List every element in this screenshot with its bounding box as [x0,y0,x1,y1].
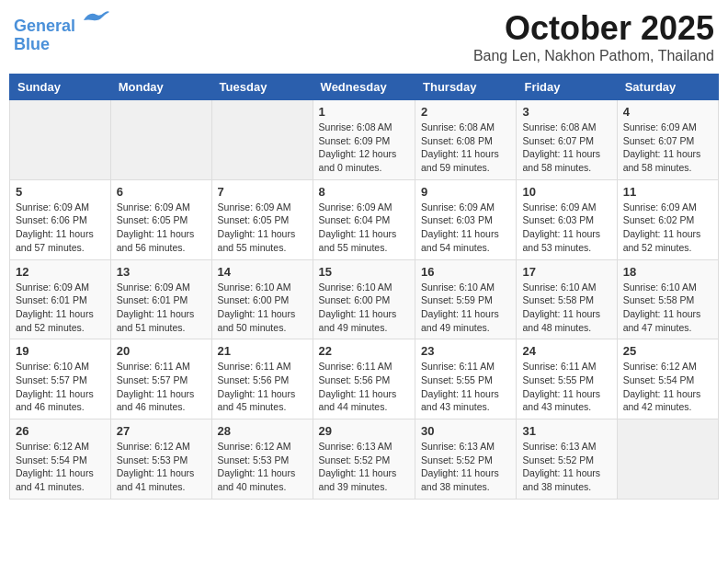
weekday-header-sunday: Sunday [10,75,111,100]
calendar-table: SundayMondayTuesdayWednesdayThursdayFrid… [9,74,719,500]
day-info: Sunrise: 6:11 AM Sunset: 5:55 PM Dayligh… [522,360,610,414]
calendar-cell: 11Sunrise: 6:09 AM Sunset: 6:02 PM Dayli… [617,179,718,259]
day-number: 8 [319,185,409,199]
calendar-cell [10,100,111,180]
day-info: Sunrise: 6:09 AM Sunset: 6:06 PM Dayligh… [16,201,105,255]
day-info: Sunrise: 6:09 AM Sunset: 6:02 PM Dayligh… [623,201,712,255]
day-info: Sunrise: 6:08 AM Sunset: 6:08 PM Dayligh… [421,121,510,175]
calendar-cell: 4Sunrise: 6:09 AM Sunset: 6:07 PM Daylig… [617,100,718,180]
day-info: Sunrise: 6:09 AM Sunset: 6:03 PM Dayligh… [421,201,510,255]
day-number: 9 [421,185,510,199]
calendar-week-row: 5Sunrise: 6:09 AM Sunset: 6:06 PM Daylig… [10,179,719,259]
day-number: 2 [421,105,510,119]
weekday-header-saturday: Saturday [617,75,718,100]
weekday-header-thursday: Thursday [415,75,517,100]
day-info: Sunrise: 6:13 AM Sunset: 5:52 PM Dayligh… [319,440,409,494]
calendar-cell: 2Sunrise: 6:08 AM Sunset: 6:08 PM Daylig… [415,100,517,180]
day-number: 17 [522,265,610,279]
calendar-cell: 14Sunrise: 6:10 AM Sunset: 6:00 PM Dayli… [211,259,313,339]
calendar-cell: 5Sunrise: 6:09 AM Sunset: 6:06 PM Daylig… [10,179,111,259]
day-number: 14 [218,265,307,279]
calendar-cell: 3Sunrise: 6:08 AM Sunset: 6:07 PM Daylig… [517,100,617,180]
calendar-cell: 19Sunrise: 6:10 AM Sunset: 5:57 PM Dayli… [10,339,111,419]
day-info: Sunrise: 6:09 AM Sunset: 6:03 PM Dayligh… [522,201,610,255]
calendar-cell: 24Sunrise: 6:11 AM Sunset: 5:55 PM Dayli… [517,339,617,419]
day-info: Sunrise: 6:10 AM Sunset: 5:58 PM Dayligh… [623,281,712,335]
page-header: General Blue October 2025 Bang Len, Nakh… [9,9,719,64]
logo: General Blue [14,9,109,54]
day-info: Sunrise: 6:09 AM Sunset: 6:01 PM Dayligh… [16,281,105,335]
calendar-cell: 16Sunrise: 6:10 AM Sunset: 5:59 PM Dayli… [415,259,517,339]
weekday-header-wednesday: Wednesday [313,75,415,100]
day-number: 26 [16,424,105,438]
logo-bird-icon [82,9,109,31]
calendar-cell [211,100,313,180]
weekday-header-friday: Friday [517,75,617,100]
calendar-cell: 9Sunrise: 6:09 AM Sunset: 6:03 PM Daylig… [415,179,517,259]
calendar-week-row: 26Sunrise: 6:12 AM Sunset: 5:54 PM Dayli… [10,419,719,500]
calendar-week-row: 19Sunrise: 6:10 AM Sunset: 5:57 PM Dayli… [10,339,719,419]
day-number: 11 [623,185,712,199]
day-info: Sunrise: 6:11 AM Sunset: 5:55 PM Dayligh… [421,360,510,414]
day-number: 25 [623,344,712,358]
calendar-header-row: SundayMondayTuesdayWednesdayThursdayFrid… [10,75,719,100]
day-info: Sunrise: 6:12 AM Sunset: 5:53 PM Dayligh… [117,440,206,494]
day-number: 24 [522,344,610,358]
calendar-cell: 21Sunrise: 6:11 AM Sunset: 5:56 PM Dayli… [211,339,313,419]
calendar-cell: 10Sunrise: 6:09 AM Sunset: 6:03 PM Dayli… [517,179,617,259]
day-info: Sunrise: 6:13 AM Sunset: 5:52 PM Dayligh… [421,440,510,494]
day-info: Sunrise: 6:10 AM Sunset: 6:00 PM Dayligh… [319,281,409,335]
day-number: 16 [421,265,510,279]
day-number: 1 [319,105,409,119]
day-info: Sunrise: 6:10 AM Sunset: 5:58 PM Dayligh… [522,281,610,335]
calendar-cell: 6Sunrise: 6:09 AM Sunset: 6:05 PM Daylig… [110,179,211,259]
calendar-cell: 15Sunrise: 6:10 AM Sunset: 6:00 PM Dayli… [313,259,415,339]
day-info: Sunrise: 6:11 AM Sunset: 5:56 PM Dayligh… [218,360,307,414]
calendar-cell [617,419,718,500]
day-number: 28 [218,424,307,438]
day-info: Sunrise: 6:10 AM Sunset: 5:59 PM Dayligh… [421,281,510,335]
day-number: 13 [117,265,206,279]
day-number: 19 [16,344,105,358]
calendar-cell: 8Sunrise: 6:09 AM Sunset: 6:04 PM Daylig… [313,179,415,259]
day-info: Sunrise: 6:12 AM Sunset: 5:54 PM Dayligh… [16,440,105,494]
day-number: 29 [319,424,409,438]
calendar-cell: 28Sunrise: 6:12 AM Sunset: 5:53 PM Dayli… [211,419,313,500]
day-info: Sunrise: 6:10 AM Sunset: 5:57 PM Dayligh… [16,360,105,414]
day-info: Sunrise: 6:10 AM Sunset: 6:00 PM Dayligh… [218,281,307,335]
calendar-week-row: 1Sunrise: 6:08 AM Sunset: 6:09 PM Daylig… [10,100,719,180]
calendar-cell: 23Sunrise: 6:11 AM Sunset: 5:55 PM Dayli… [415,339,517,419]
day-number: 3 [522,105,610,119]
day-info: Sunrise: 6:12 AM Sunset: 5:54 PM Dayligh… [623,360,712,414]
calendar-cell: 1Sunrise: 6:08 AM Sunset: 6:09 PM Daylig… [313,100,415,180]
calendar-cell: 20Sunrise: 6:11 AM Sunset: 5:57 PM Dayli… [110,339,211,419]
logo-general: General [14,17,75,35]
day-number: 27 [117,424,206,438]
day-number: 12 [16,265,105,279]
calendar-cell: 22Sunrise: 6:11 AM Sunset: 5:56 PM Dayli… [313,339,415,419]
day-number: 20 [117,344,206,358]
calendar-cell: 17Sunrise: 6:10 AM Sunset: 5:58 PM Dayli… [517,259,617,339]
calendar-cell: 26Sunrise: 6:12 AM Sunset: 5:54 PM Dayli… [10,419,111,500]
day-info: Sunrise: 6:08 AM Sunset: 6:07 PM Dayligh… [522,121,610,175]
logo-blue: Blue [14,35,50,53]
day-number: 7 [218,185,307,199]
day-number: 18 [623,265,712,279]
day-number: 6 [117,185,206,199]
day-info: Sunrise: 6:12 AM Sunset: 5:53 PM Dayligh… [218,440,307,494]
day-info: Sunrise: 6:09 AM Sunset: 6:01 PM Dayligh… [117,281,206,335]
day-number: 31 [522,424,610,438]
day-info: Sunrise: 6:08 AM Sunset: 6:09 PM Dayligh… [319,121,409,175]
day-info: Sunrise: 6:09 AM Sunset: 6:05 PM Dayligh… [218,201,307,255]
month-title: October 2025 [473,9,714,48]
day-number: 30 [421,424,510,438]
day-info: Sunrise: 6:13 AM Sunset: 5:52 PM Dayligh… [522,440,610,494]
day-number: 15 [319,265,409,279]
day-info: Sunrise: 6:09 AM Sunset: 6:05 PM Dayligh… [117,201,206,255]
calendar-week-row: 12Sunrise: 6:09 AM Sunset: 6:01 PM Dayli… [10,259,719,339]
calendar-cell: 30Sunrise: 6:13 AM Sunset: 5:52 PM Dayli… [415,419,517,500]
calendar-cell: 18Sunrise: 6:10 AM Sunset: 5:58 PM Dayli… [617,259,718,339]
day-info: Sunrise: 6:09 AM Sunset: 6:07 PM Dayligh… [623,121,712,175]
calendar-cell: 31Sunrise: 6:13 AM Sunset: 5:52 PM Dayli… [517,419,617,500]
calendar-cell [110,100,211,180]
